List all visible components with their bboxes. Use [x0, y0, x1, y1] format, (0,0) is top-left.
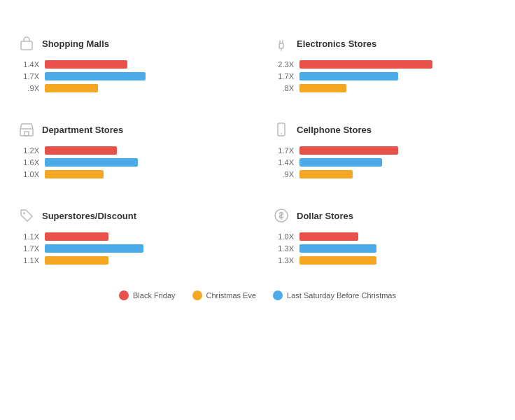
phone-icon [271, 120, 291, 139]
bar-row: 1.0X [271, 232, 498, 241]
bar-track [45, 146, 117, 155]
svg-rect-6 [24, 132, 29, 136]
svg-point-9 [23, 212, 25, 214]
bar-label: 1.2X [17, 146, 39, 155]
bar-row: 1.1X [17, 256, 244, 265]
store-icon [17, 120, 36, 139]
svg-rect-0 [21, 41, 32, 50]
bar-row: 1.0X [17, 170, 244, 178]
bar-label: 1.0X [271, 232, 294, 241]
legend-label-christmas-eve: Christmas Eve [206, 291, 257, 300]
bar-track [45, 84, 98, 92]
bar-track [299, 158, 382, 167]
bar-track [45, 244, 143, 253]
bar-track [45, 256, 108, 265]
section-superstores-discount: Superstores/Discount1.1X1.7X1.1X [17, 199, 244, 278]
bar-row: 1.2X [17, 146, 244, 155]
bar-track [45, 170, 104, 178]
section-header-superstores-discount: Superstores/Discount [17, 206, 244, 225]
bar-label: 1.4X [17, 60, 39, 69]
bar-row: 2.3X [271, 60, 498, 69]
section-title-superstores-discount: Superstores/Discount [42, 211, 136, 221]
bar-track [299, 232, 358, 241]
bar-label: 1.7X [271, 72, 294, 80]
section-header-shopping-malls: Shopping Malls [17, 34, 244, 53]
bar-label: 1.3X [271, 256, 294, 265]
bar-row: .8X [271, 84, 498, 92]
legend: Black FridayChristmas EveLast Saturday B… [17, 290, 498, 300]
svg-point-8 [281, 133, 282, 134]
bar-row: 1.7X [17, 244, 244, 253]
bar-track [299, 256, 376, 265]
bar-label: 1.7X [17, 72, 39, 80]
bar-row: 1.6X [17, 158, 244, 167]
legend-label-black-friday: Black Friday [133, 291, 176, 300]
plug-icon [271, 34, 291, 53]
section-header-dollar-stores: Dollar Stores [271, 206, 498, 225]
bar-track [299, 146, 398, 155]
bar-row: 1.7X [17, 72, 244, 80]
bar-label: 1.4X [271, 158, 294, 167]
bar-row: 1.7X [271, 72, 498, 80]
charts-grid: Shopping Malls1.4X1.7X.9XElectronics Sto… [17, 27, 498, 278]
bar-track [299, 72, 398, 80]
bar-label: 1.6X [17, 158, 39, 167]
section-electronics-stores: Electronics Stores2.3X1.7X.8X [271, 27, 498, 106]
legend-dot-christmas-eve [192, 290, 202, 300]
section-title-electronics-stores: Electronics Stores [297, 38, 376, 49]
legend-item-black-friday: Black Friday [119, 290, 176, 300]
legend-label-last-saturday: Last Saturday Before Christmas [287, 291, 396, 300]
svg-rect-5 [20, 129, 33, 136]
legend-dot-black-friday [119, 290, 129, 300]
bar-row: 1.1X [17, 232, 244, 241]
bar-label: 1.3X [271, 244, 294, 253]
bar-track [45, 158, 138, 167]
section-title-dollar-stores: Dollar Stores [297, 211, 353, 221]
legend-item-last-saturday: Last Saturday Before Christmas [273, 290, 396, 300]
section-title-cellphone-stores: Cellphone Stores [297, 125, 372, 135]
tag-icon [17, 206, 36, 225]
bar-track [299, 84, 346, 92]
dollar-icon [271, 206, 291, 225]
bar-track [45, 60, 127, 69]
bar-row: 1.3X [271, 256, 498, 265]
bar-track [45, 232, 108, 241]
bar-track [299, 60, 432, 69]
bar-track [299, 170, 353, 178]
section-dollar-stores: Dollar Stores1.0X1.3X1.3X [271, 199, 498, 278]
bar-row: 1.7X [271, 146, 498, 155]
bar-row: 1.3X [271, 244, 498, 253]
bar-label: 1.7X [17, 244, 39, 253]
section-department-stores: Department Stores1.2X1.6X1.0X [17, 113, 244, 192]
bar-row: .9X [17, 84, 244, 92]
section-title-department-stores: Department Stores [42, 125, 123, 135]
section-cellphone-stores: Cellphone Stores1.7X1.4X.9X [271, 113, 498, 192]
section-title-shopping-malls: Shopping Malls [42, 38, 109, 49]
svg-rect-1 [279, 43, 283, 48]
bar-track [45, 72, 146, 80]
bar-label: 1.1X [17, 256, 39, 265]
bar-label: .8X [271, 84, 294, 92]
bar-label: 1.0X [17, 170, 39, 178]
bar-row: 1.4X [17, 60, 244, 69]
bar-row: 1.4X [271, 158, 498, 167]
bar-row: .9X [271, 170, 498, 178]
legend-dot-last-saturday [273, 290, 283, 300]
bar-label: 1.1X [17, 232, 39, 241]
bar-label: .9X [17, 84, 39, 92]
section-header-cellphone-stores: Cellphone Stores [271, 120, 498, 139]
section-header-department-stores: Department Stores [17, 120, 244, 139]
bar-label: .9X [271, 170, 294, 178]
bar-track [299, 244, 376, 253]
bar-label: 1.7X [271, 146, 294, 155]
section-header-electronics-stores: Electronics Stores [271, 34, 498, 53]
section-shopping-malls: Shopping Malls1.4X1.7X.9X [17, 27, 244, 106]
legend-item-christmas-eve: Christmas Eve [192, 290, 257, 300]
bar-label: 2.3X [271, 60, 294, 69]
bag-icon [17, 34, 36, 53]
